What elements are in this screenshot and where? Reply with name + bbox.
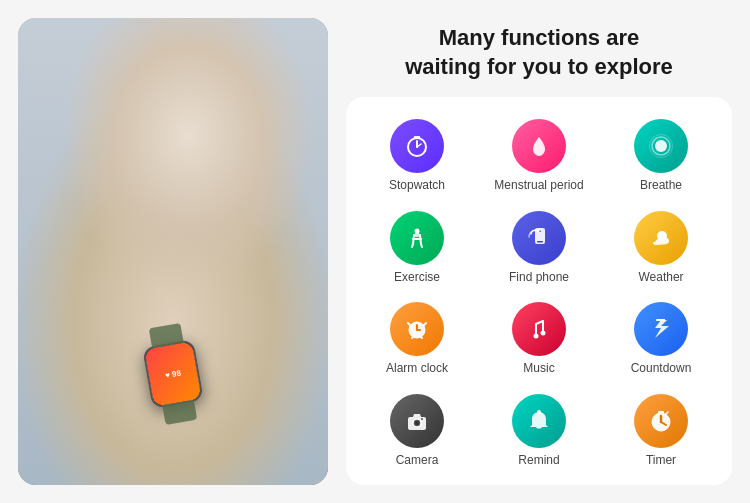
alarm-label: Alarm clock: [386, 361, 448, 375]
function-item-stopwatch[interactable]: Stopwatch: [356, 113, 478, 200]
timer-icon: [634, 394, 688, 448]
svg-rect-3: [414, 136, 420, 139]
function-item-menstrual[interactable]: Menstrual period: [478, 113, 600, 200]
camera-icon: [390, 394, 444, 448]
breathe-label: Breathe: [640, 178, 682, 192]
svg-rect-9: [537, 241, 543, 243]
exercise-label: Exercise: [394, 270, 440, 284]
function-item-countdown[interactable]: Countdown: [600, 296, 722, 383]
timer-label: Timer: [646, 453, 676, 467]
function-item-timer[interactable]: Timer: [600, 388, 722, 475]
countdown-icon: [634, 302, 688, 356]
menstrual-icon: [512, 119, 566, 173]
stopwatch-icon: [390, 119, 444, 173]
functions-grid: Stopwatch Menstrual period: [346, 97, 732, 485]
menstrual-label: Menstrual period: [494, 178, 583, 192]
svg-point-22: [537, 410, 541, 414]
svg-point-21: [421, 418, 423, 420]
remind-label: Remind: [518, 453, 559, 467]
model-image: ♥ 98: [18, 18, 328, 485]
countdown-label: Countdown: [631, 361, 692, 375]
svg-point-17: [541, 331, 546, 336]
weather-icon: [634, 211, 688, 265]
findphone-label: Find phone: [509, 270, 569, 284]
svg-rect-27: [658, 411, 664, 414]
camera-label: Camera: [396, 453, 439, 467]
alarm-icon: [390, 302, 444, 356]
music-icon: [512, 302, 566, 356]
findphone-icon: [512, 211, 566, 265]
function-item-camera[interactable]: Camera: [356, 388, 478, 475]
function-item-alarm[interactable]: Alarm clock: [356, 296, 478, 383]
svg-point-7: [415, 228, 420, 233]
exercise-icon: [390, 211, 444, 265]
weather-label: Weather: [638, 270, 683, 284]
product-image-panel: ♥ 98: [18, 18, 328, 485]
music-label: Music: [523, 361, 554, 375]
function-item-breathe[interactable]: Breathe: [600, 113, 722, 200]
svg-point-4: [655, 140, 667, 152]
function-item-findphone[interactable]: Find phone: [478, 205, 600, 292]
stopwatch-label: Stopwatch: [389, 178, 445, 192]
right-panel: Many functions are waiting for you to ex…: [346, 18, 732, 485]
main-container: ♥ 98 Many functions are waiting for you …: [0, 0, 750, 503]
svg-point-20: [415, 421, 419, 425]
breathe-icon: [634, 119, 688, 173]
main-title: Many functions are waiting for you to ex…: [346, 18, 732, 87]
remind-icon: [512, 394, 566, 448]
function-item-music[interactable]: Music: [478, 296, 600, 383]
svg-point-16: [534, 334, 539, 339]
function-item-weather[interactable]: Weather: [600, 205, 722, 292]
function-item-remind[interactable]: Remind: [478, 388, 600, 475]
function-item-exercise[interactable]: Exercise: [356, 205, 478, 292]
